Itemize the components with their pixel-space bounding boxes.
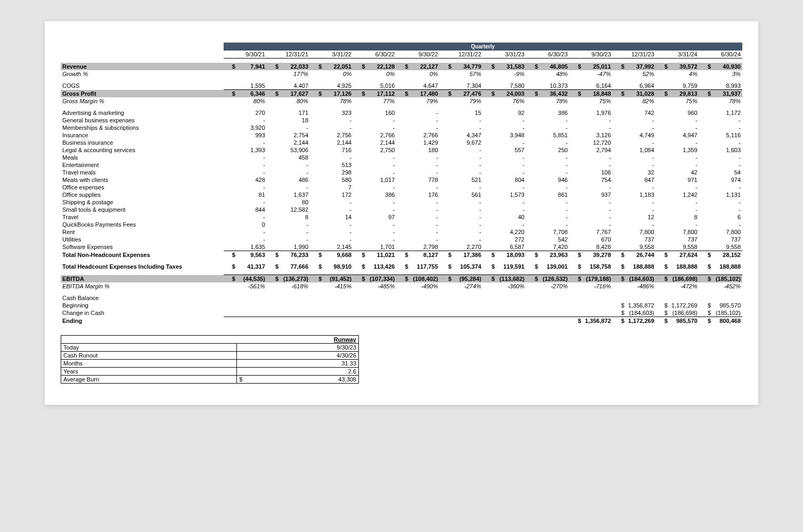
cell: - bbox=[656, 117, 699, 124]
cell: 53,906 bbox=[267, 146, 310, 154]
cell: 960 bbox=[656, 109, 699, 117]
cell: $1,356,872 bbox=[612, 302, 655, 309]
row-label: Change in Cash bbox=[61, 309, 224, 317]
table-row: Entertainment--513--------- bbox=[61, 161, 742, 169]
row-label: Advertising & marketing bbox=[61, 109, 224, 117]
cell bbox=[526, 294, 569, 302]
cell: $77,666 bbox=[267, 263, 310, 270]
cell: $6,346 bbox=[224, 90, 267, 98]
cell bbox=[353, 309, 396, 317]
table-row: Legal & accounting services1,39353,90671… bbox=[61, 146, 742, 154]
table-row: EBITDA Margin %-561%-618%-415%-485%-490%… bbox=[61, 282, 742, 290]
runway-row: Years2.6 bbox=[61, 368, 359, 376]
cell: 386 bbox=[526, 109, 569, 117]
cell: - bbox=[483, 184, 526, 191]
cell bbox=[569, 302, 612, 309]
cell: 4,347 bbox=[440, 131, 483, 139]
cell: $119,591 bbox=[483, 263, 526, 270]
cell: 993 bbox=[224, 131, 267, 139]
cell: 1,131 bbox=[699, 191, 742, 198]
cell: 804 bbox=[483, 176, 526, 184]
cell: $23,963 bbox=[526, 251, 569, 259]
cell: 670 bbox=[569, 236, 612, 243]
cell: 2,750 bbox=[353, 146, 396, 154]
table-row: Ending$1,356,872$1,172,269$985,570$800,4… bbox=[61, 317, 742, 325]
cell: - bbox=[699, 161, 742, 169]
cell: - bbox=[483, 139, 526, 146]
cell: - bbox=[483, 169, 526, 176]
cell: - bbox=[224, 198, 267, 206]
cell: - bbox=[699, 117, 742, 124]
cell: -360% bbox=[483, 282, 526, 290]
cell: 486 bbox=[267, 176, 310, 184]
cell bbox=[310, 317, 353, 325]
cell: - bbox=[569, 221, 612, 228]
cell: - bbox=[353, 161, 396, 169]
cell: 7 bbox=[310, 184, 353, 191]
cell: - bbox=[353, 154, 396, 161]
cell bbox=[483, 317, 526, 325]
cell: - bbox=[483, 198, 526, 206]
cell: - bbox=[310, 228, 353, 236]
cell: 2,144 bbox=[267, 139, 310, 146]
cell: - bbox=[353, 206, 396, 213]
cell: $39,572 bbox=[656, 63, 699, 70]
cell: 160 bbox=[353, 109, 396, 117]
table-row: Cash Balance bbox=[61, 294, 742, 302]
cell: 0% bbox=[353, 70, 396, 78]
cell: 0% bbox=[310, 70, 353, 78]
cell: - bbox=[483, 117, 526, 124]
cell: - bbox=[483, 154, 526, 161]
cell: 177% bbox=[267, 70, 310, 78]
cell: 1,990 bbox=[267, 243, 310, 251]
cell: 4,407 bbox=[267, 82, 310, 90]
cell: $18,093 bbox=[483, 251, 526, 259]
cell bbox=[440, 302, 483, 309]
period-header-row: 9/30/2112/31/213/31/226/30/229/30/2212/3… bbox=[61, 51, 742, 59]
cell: - bbox=[310, 236, 353, 243]
cell: - bbox=[656, 206, 699, 213]
cell: 57% bbox=[440, 70, 483, 78]
table-row: Rent------4,2207,7087,7677,8007,8007,800 bbox=[61, 228, 742, 236]
cell: 298 bbox=[310, 169, 353, 176]
cell: 737 bbox=[656, 236, 699, 243]
table-row bbox=[61, 105, 742, 109]
cell: 861 bbox=[526, 191, 569, 198]
cell: - bbox=[656, 139, 699, 146]
cell: 3,948 bbox=[483, 131, 526, 139]
cell: 2,756 bbox=[310, 131, 353, 139]
cell: - bbox=[612, 117, 655, 124]
cell bbox=[656, 294, 699, 302]
cell: -716% bbox=[569, 282, 612, 290]
cell: - bbox=[224, 184, 267, 191]
cell: 557 bbox=[483, 146, 526, 154]
row-label: Total Non-Headcount Expenses bbox=[61, 251, 224, 259]
cell: $40,930 bbox=[699, 63, 742, 70]
period-header: 6/30/23 bbox=[526, 51, 569, 59]
table-row: Office supplies811,6371723861765611,5738… bbox=[61, 191, 742, 198]
cell: - bbox=[526, 213, 569, 221]
cell: 4,749 bbox=[612, 131, 655, 139]
period-header: 6/30/22 bbox=[353, 51, 396, 59]
cell: 716 bbox=[310, 146, 353, 154]
runway-value: 9/30/23 bbox=[237, 344, 359, 352]
cell: - bbox=[267, 228, 310, 236]
cell: - bbox=[353, 221, 396, 228]
cell: - bbox=[310, 124, 353, 131]
cell: - bbox=[224, 169, 267, 176]
cell: 323 bbox=[310, 109, 353, 117]
cell: $985,570 bbox=[656, 317, 699, 325]
cell: - bbox=[440, 117, 483, 124]
cell: - bbox=[396, 184, 439, 191]
cell: 54 bbox=[699, 169, 742, 176]
cell bbox=[224, 70, 267, 78]
cell: - bbox=[440, 161, 483, 169]
cell: - bbox=[310, 198, 353, 206]
cell: - bbox=[612, 184, 655, 191]
cell: -561% bbox=[224, 282, 267, 290]
cell: 7,708 bbox=[526, 228, 569, 236]
cell: $7,941 bbox=[224, 63, 267, 70]
table-row: Small tools & equipment84412,582--------… bbox=[61, 206, 742, 213]
runway-label: Today bbox=[61, 344, 237, 352]
cell: 176 bbox=[396, 191, 439, 198]
